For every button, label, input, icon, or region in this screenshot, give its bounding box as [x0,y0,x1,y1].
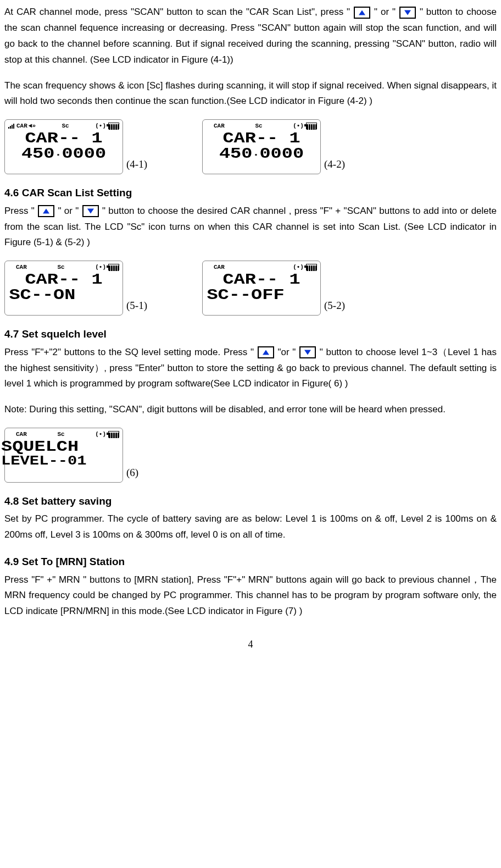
figure-5-1: CAR Sc (•) CAR-- 1 SC--ON (5-1) [4,261,147,316]
heading-4-8: 4.8 Set battery saving [4,493,497,510]
battery-icon [306,264,317,270]
page-number: 4 [4,636,497,653]
lcd-4-2: CAR Sc (•) CAR-- 1 450.0000 [202,119,321,174]
figure-4-2: CAR Sc (•) CAR-- 1 450.0000 (4-2) [202,119,345,174]
figure-row-4: CAR ◄» Sc (•) CAR-- 1 450.0000 (4-1) CAR… [4,119,497,174]
text: "or " [277,347,296,357]
lcd-line-1: CAR-- 1 [195,272,328,288]
text: " or " [374,7,396,17]
up-icon [258,346,274,358]
lcd-line-2: 450.0000 [0,146,130,162]
heading-4-7: 4.7 Set squelch level [4,325,497,343]
text: Press " [4,206,37,216]
paragraph-car-scan: At CAR channel mode, press "SCAN" button… [4,4,497,68]
lcd-line-1: CAR-- 1 [195,131,328,146]
lcd-6: CAR Sc (•) SQUELCH LEVEL--01 [4,428,123,483]
paragraph-4-9: Press "F" +" MRN " buttons to [MRN stati… [4,572,497,620]
signal-icon [8,123,14,129]
heading-4-9: 4.9 Set To [MRN] Station [4,553,497,571]
figure-row-5: CAR Sc (•) CAR-- 1 SC--ON (5-1) CAR (•) … [4,261,497,316]
figure-6: CAR Sc (•) SQUELCH LEVEL--01 (6) [4,428,138,483]
up-icon [38,205,54,217]
lcd-line-1: CAR-- 1 [0,131,130,146]
down-icon [399,7,416,19]
tx-icon: (•) [95,429,106,440]
lcd-4-1: CAR ◄» Sc (•) CAR-- 1 450.0000 [4,119,123,174]
up-icon [354,7,370,19]
text: At CAR channel mode, press "SCAN" button… [4,7,350,17]
lcd-line-2: SC--ON [0,288,130,303]
battery-icon [108,123,119,129]
battery-icon [306,123,317,129]
paragraph-scan-freq: The scan frequency shows & icon [Sc] fla… [4,78,497,110]
paragraph-4-7-note: Note: During this setting, "SCAN", digit… [4,402,497,418]
down-icon [299,346,316,358]
lcd-line-2: LEVEL--01 [0,455,130,468]
lcd-line-2: 450.0000 [195,146,328,162]
down-icon [82,205,99,217]
figure-5-2: CAR (•) CAR-- 1 SC--OFF (5-2) [202,261,345,316]
lcd-5-2: CAR (•) CAR-- 1 SC--OFF [202,261,321,316]
paragraph-4-6: Press " " or " " button to choose the de… [4,203,497,251]
text: Press "F"+"2" buttons to the SQ level se… [4,347,254,357]
heading-4-6: 4.6 CAR Scan List Setting [4,184,497,202]
text: " or " [58,206,81,216]
paragraph-4-8: Set by PC programmer. The cycle of batte… [4,511,497,543]
paragraph-4-7: Press "F"+"2" buttons to the SQ level se… [4,345,497,392]
battery-icon [108,264,119,270]
battery-icon [108,431,119,438]
figure-4-1: CAR ◄» Sc (•) CAR-- 1 450.0000 (4-1) [4,119,147,174]
lcd-line-1: SQUELCH [0,439,130,455]
lcd-5-1: CAR Sc (•) CAR-- 1 SC--ON [4,261,123,316]
lcd-line-1: CAR-- 1 [0,272,130,288]
figure-row-6: CAR Sc (•) SQUELCH LEVEL--01 (6) [4,428,497,483]
lcd-line-2: SC--OFF [195,288,328,303]
